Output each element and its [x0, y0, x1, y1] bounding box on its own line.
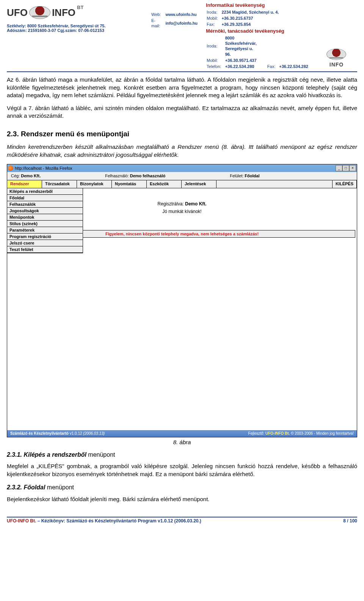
- seat-line: Székhely: 8000 Székesfehérvár, Seregélye…: [7, 24, 147, 28]
- paragraph-4: Megfelel a „KILÉPÉS" gombnak, a programb…: [7, 462, 357, 478]
- menu-bizonylatok[interactable]: Bizonylatok: [77, 180, 112, 188]
- info-word: INFO: [329, 62, 344, 68]
- eng-fax-label: Fax:: [260, 64, 278, 69]
- dd-jogosultsagok[interactable]: Jogosultságok: [7, 208, 83, 214]
- app-screenshot: http://localhost - Mozilla Firefox _ □ ×…: [7, 164, 357, 437]
- eng-mobil-value: +36.30.9571.437: [225, 58, 260, 63]
- it-section-title: Informatikai tevékenység: [206, 2, 312, 9]
- app-footer-left: Számlázó és Készletnyilvántartó v1.0.12 …: [10, 431, 105, 435]
- it-fax-label: Fax:: [207, 22, 221, 27]
- rendszer-dropdown: Kilépés a rendszerből Főoldal Felhasznál…: [7, 188, 83, 253]
- eng-tel-value: +36.22.534.280: [225, 64, 260, 69]
- eng-office-value: 8000 Székesfehérvár, Seregélyesi u. 96.: [225, 35, 260, 57]
- email-label: E-mail:: [151, 18, 165, 29]
- dd-felhasznalok[interactable]: Felhasználók: [7, 201, 83, 208]
- footer-page-number: 8 / 100: [343, 518, 357, 524]
- eng-fax-value: +36.22.534.282: [279, 64, 311, 69]
- app-footer: Számlázó és Készletnyilvántartó v1.0.12 …: [7, 430, 357, 437]
- registration-line: Adószám: 21591600-3-07 Cgj.szám: 07-06-0…: [7, 28, 147, 33]
- app-footer-right: Fejlesztő: UFO-INFO Bt. © 2003-2006 - Mi…: [248, 431, 354, 435]
- menu-torzsadatok[interactable]: Törzsadatok: [42, 180, 77, 188]
- dd-teszt[interactable]: Teszt felület: [7, 246, 83, 253]
- dd-fooldal[interactable]: Főoldal: [7, 195, 83, 201]
- it-fax-value: +36.29.325.854: [221, 22, 282, 27]
- status-area: Felület: Főoldal: [230, 174, 259, 178]
- eng-office-label: Iroda:: [207, 35, 224, 57]
- eng-tel-label: Telefon:: [207, 64, 224, 69]
- dd-stilus[interactable]: Stílus (színek): [7, 221, 83, 227]
- dd-regisztracio[interactable]: Program regisztráció: [7, 233, 83, 240]
- window-title: http://localhost - Mozilla Firefox: [15, 166, 72, 170]
- paragraph-5: Bejelentkezéskor látható főoldalt jelení…: [7, 495, 357, 503]
- it-office-label: Iroda:: [207, 9, 221, 15]
- menu-rendszer[interactable]: Rendszer: [7, 180, 42, 188]
- logo: UFO INFO BT: [7, 2, 147, 23]
- ufo-disk-icon: [29, 6, 50, 19]
- close-button[interactable]: ×: [349, 165, 356, 171]
- maximize-button[interactable]: □: [342, 165, 349, 171]
- menu-spacer: [217, 180, 333, 188]
- heading-2-3-2: 2.3.2. Főoldal menüpont: [7, 483, 357, 492]
- dd-parameterek[interactable]: Paraméterek: [7, 227, 83, 233]
- footer-left: UFO-INFO Bt. – Kézikönyv: Számlázó és Ké…: [7, 518, 201, 524]
- page-header: UFO INFO BT Székhely: 8000 Székesfehérvá…: [7, 0, 357, 70]
- logo-ufo-text: UFO: [7, 7, 28, 19]
- paragraph-3: Minden keretrendszerben készült alkalmaz…: [7, 143, 357, 159]
- web-value: www.ufoinfo.hu: [165, 12, 201, 17]
- eng-section-title: Mérnöki, tanácsadói tevékenység: [206, 28, 312, 35]
- it-mobil-label: Mobil:: [207, 16, 221, 21]
- heading-2-3: 2.3. Rendszer menü és menüpontjai: [7, 129, 357, 139]
- figure-caption: 8. ábra: [7, 439, 357, 445]
- menu-eszkozok[interactable]: Eszközök: [147, 180, 182, 188]
- status-bar: Cég: Demo Kft. Felhasználó: Demo felhasz…: [7, 172, 357, 180]
- firefox-icon: [8, 166, 13, 171]
- eng-mobil-label: Mobil:: [207, 58, 224, 63]
- web-contact-block: Web:www.ufoinfo.hu E-mail:info@ufoinfo.h…: [151, 11, 202, 29]
- header-rule: [7, 71, 357, 72]
- status-user: Felhasználó: Demo felhasználó: [105, 174, 165, 178]
- menu-nyomtatas[interactable]: Nyomtatás: [112, 180, 147, 188]
- heading-2-3-1: 2.3.1. Kilépés a rendszerből menüpont: [7, 451, 357, 459]
- dd-jelszo[interactable]: Jelszó csere: [7, 240, 83, 246]
- logo-bt-text: BT: [77, 5, 83, 10]
- dd-menupontok[interactable]: Menüpontok: [7, 214, 83, 221]
- status-company: Cég: Demo Kft.: [11, 174, 41, 178]
- paragraph-1: Az 6. ábrán látható maga a munkafelület,…: [7, 76, 357, 99]
- menu-bar: Rendszer Törzsadatok Bizonylatok Nyomtat…: [7, 180, 357, 188]
- paragraph-2: Végül a 7. ábrán látható a lábléc, ami s…: [7, 104, 357, 120]
- menu-kilepes[interactable]: KILÉPÉS: [333, 180, 357, 188]
- main-area: Kilépés a rendszerből Főoldal Felhasznál…: [7, 188, 357, 430]
- it-office-value: 2234 Maglód, Széchenyi u. 4.: [221, 9, 282, 15]
- ufo-disk-small-icon: [326, 49, 346, 60]
- menu-jelentesek[interactable]: Jelentések: [182, 180, 217, 188]
- minimize-button[interactable]: _: [336, 165, 342, 171]
- web-label: Web:: [151, 12, 165, 17]
- it-mobil-value: +36.30.215.6737: [221, 16, 282, 21]
- window-titlebar: http://localhost - Mozilla Firefox _ □ ×: [7, 164, 357, 172]
- dd-kilepes[interactable]: Kilépés a rendszerből: [7, 188, 83, 195]
- email-value: info@ufoinfo.hu: [165, 18, 201, 29]
- page-footer: UFO-INFO Bt. – Kézikönyv: Számlázó és Ké…: [7, 517, 357, 524]
- logo-info-text: INFO: [52, 7, 75, 19]
